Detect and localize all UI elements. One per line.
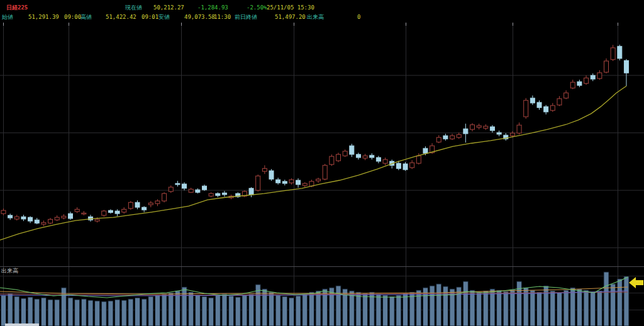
volume-bar[interactable]	[497, 290, 502, 326]
volume-bar[interactable]	[543, 286, 548, 326]
candle[interactable]	[169, 187, 173, 192]
volume-bar[interactable]	[349, 291, 354, 326]
candle[interactable]	[55, 217, 59, 220]
volume-bar[interactable]	[309, 292, 314, 326]
candle[interactable]	[269, 171, 274, 179]
volume-bar[interactable]	[242, 295, 247, 326]
volume-bar[interactable]	[222, 294, 227, 326]
volume-bar[interactable]	[68, 298, 73, 326]
candle[interactable]	[323, 165, 327, 179]
candle[interactable]	[550, 106, 555, 111]
volume-bar[interactable]	[611, 284, 616, 326]
volume-bar[interactable]	[584, 290, 589, 326]
volume-bar[interactable]	[477, 292, 482, 326]
volume-bar[interactable]	[436, 284, 441, 326]
volume-bar[interactable]	[617, 279, 622, 326]
volume-bar[interactable]	[503, 291, 508, 326]
candle[interactable]	[490, 127, 494, 131]
volume-bar[interactable]	[396, 295, 401, 326]
volume-bar[interactable]	[316, 291, 321, 326]
candle[interactable]	[624, 60, 628, 73]
candle[interactable]	[436, 138, 441, 142]
volume-bar[interactable]	[229, 296, 234, 326]
volume-bar[interactable]	[376, 294, 381, 326]
candle[interactable]	[82, 213, 86, 214]
volume-bar[interactable]	[490, 289, 495, 326]
candle[interactable]	[450, 136, 455, 139]
volume-bar[interactable]	[303, 294, 308, 326]
candle[interactable]	[75, 209, 79, 212]
candle[interactable]	[262, 168, 267, 171]
volume-bar[interactable]	[48, 300, 53, 326]
volume-bar[interactable]	[550, 291, 555, 326]
volume-bar[interactable]	[537, 292, 542, 326]
candle[interactable]	[62, 216, 66, 218]
candle[interactable]	[383, 160, 387, 163]
candle[interactable]	[477, 126, 481, 128]
candle[interactable]	[564, 93, 569, 98]
volume-bar[interactable]	[35, 299, 40, 326]
candle[interactable]	[396, 163, 401, 168]
candle[interactable]	[196, 190, 200, 192]
volume-bar[interactable]	[175, 291, 180, 326]
candle[interactable]	[343, 151, 347, 156]
candle[interactable]	[537, 102, 541, 107]
volume-bar[interactable]	[275, 295, 280, 326]
volume-bar[interactable]	[383, 295, 388, 326]
volume-bar[interactable]	[195, 295, 200, 326]
candle[interactable]	[350, 146, 354, 155]
volume-bar[interactable]	[209, 298, 214, 326]
candlestick-chart[interactable]	[0, 0, 644, 326]
volume-bar[interactable]	[389, 296, 394, 326]
volume-bar[interactable]	[108, 301, 113, 326]
candle[interactable]	[155, 201, 160, 204]
volume-bar[interactable]	[21, 298, 26, 326]
candle[interactable]	[162, 193, 167, 201]
volume-bar[interactable]	[169, 293, 174, 326]
candle[interactable]	[410, 163, 414, 168]
candle[interactable]	[282, 182, 287, 183]
volume-bar[interactable]	[162, 294, 167, 326]
candle[interactable]	[584, 78, 589, 84]
volume-bar[interactable]	[75, 300, 80, 326]
volume-bar[interactable]	[430, 286, 435, 326]
volume-bar[interactable]	[121, 300, 126, 326]
volume-bar[interactable]	[289, 298, 294, 326]
volume-bar[interactable]	[41, 298, 46, 326]
candle[interactable]	[128, 202, 133, 209]
candle[interactable]	[597, 73, 602, 79]
volume-bar[interactable]	[463, 281, 468, 326]
volume-bar[interactable]	[577, 289, 582, 326]
volume-bar[interactable]	[409, 292, 414, 326]
volume-bar[interactable]	[570, 288, 575, 326]
candle[interactable]	[216, 193, 220, 195]
candle[interactable]	[524, 101, 528, 117]
volume-bar[interactable]	[128, 299, 133, 326]
volume-bar[interactable]	[510, 290, 515, 326]
volume-bar[interactable]	[202, 296, 207, 326]
annotation-arrow-icon[interactable]	[629, 277, 643, 288]
candle[interactable]	[1, 210, 6, 214]
candle[interactable]	[256, 176, 260, 190]
volume-bar[interactable]	[182, 287, 187, 326]
candle[interactable]	[222, 193, 226, 195]
scrollbar-thumb[interactable]	[5, 323, 39, 326]
volume-bar[interactable]	[296, 296, 301, 326]
candle[interactable]	[484, 126, 488, 128]
candle[interactable]	[370, 155, 374, 158]
candle[interactable]	[557, 99, 562, 105]
candle[interactable]	[21, 217, 26, 219]
candle[interactable]	[148, 203, 153, 205]
candle[interactable]	[356, 155, 360, 158]
candle[interactable]	[35, 220, 39, 223]
candle[interactable]	[423, 148, 428, 153]
volume-bar[interactable]	[597, 291, 602, 326]
volume-bar[interactable]	[88, 300, 93, 326]
volume-bar[interactable]	[624, 276, 629, 326]
candle[interactable]	[249, 188, 253, 195]
volume-bar[interactable]	[8, 293, 13, 326]
candle[interactable]	[376, 158, 380, 161]
candle[interactable]	[115, 211, 119, 214]
candle[interactable]	[48, 219, 53, 223]
candle[interactable]	[309, 182, 314, 186]
